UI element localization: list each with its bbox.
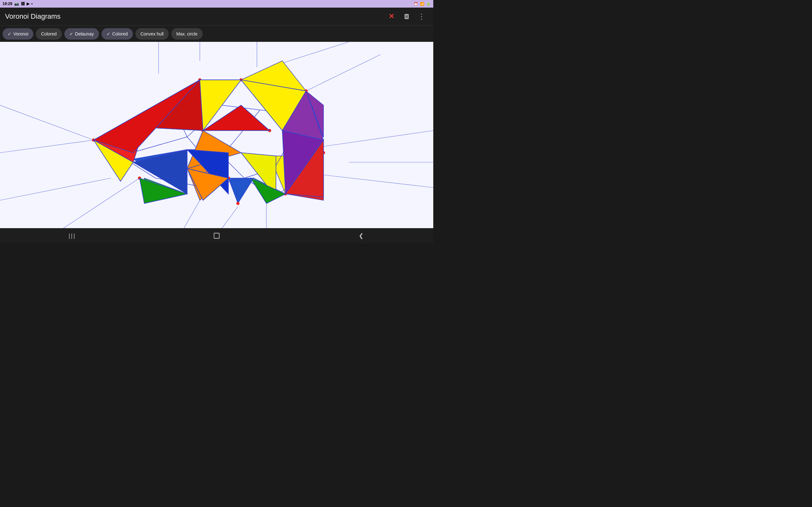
video-icon: ▶ bbox=[27, 2, 30, 6]
delaunay-toggle[interactable]: ✓ Delaunay bbox=[64, 28, 99, 40]
svg-line-3 bbox=[323, 130, 433, 147]
svg-line-8 bbox=[222, 207, 238, 228]
battery-icon: 🔋 bbox=[426, 2, 431, 6]
more-button[interactable]: ⋮ bbox=[415, 10, 428, 23]
convex-hull-label: Convex hull bbox=[141, 32, 164, 37]
voronoi-diagram bbox=[0, 42, 433, 228]
camera-icon: 📷 bbox=[14, 2, 19, 6]
colored1-toggle[interactable]: Colored bbox=[36, 28, 61, 40]
delete-button[interactable] bbox=[400, 10, 413, 23]
app-bar-actions: ✕ ⋮ bbox=[385, 10, 428, 23]
status-bar: 19:29 📷 🖼 ▶ • ⏰ 📶 🔋 bbox=[0, 0, 433, 8]
colored2-check: ✓ bbox=[107, 32, 110, 37]
svg-line-4 bbox=[323, 175, 433, 187]
max-circle-label: Max. circle bbox=[176, 32, 198, 37]
voronoi-toggle[interactable]: ✓ Voronoi bbox=[3, 28, 33, 40]
delaunay-label: Delaunay bbox=[75, 32, 94, 37]
bottom-nav: ||| ❮ bbox=[0, 228, 433, 243]
app-bar: Voronoi Diagrams ✕ ⋮ bbox=[0, 8, 433, 25]
svg-rect-84 bbox=[214, 233, 219, 239]
photo-icon: 🖼 bbox=[21, 2, 25, 6]
max-circle-toggle[interactable]: Max. circle bbox=[171, 28, 203, 40]
colored2-label: Colored bbox=[112, 32, 128, 37]
svg-point-43 bbox=[236, 202, 240, 205]
back-button[interactable]: ❮ bbox=[289, 228, 433, 243]
voronoi-label: Voronoi bbox=[13, 32, 28, 37]
colored2-toggle[interactable]: ✓ Colored bbox=[101, 28, 133, 40]
close-button[interactable]: ✕ bbox=[385, 10, 398, 23]
delaunay-check: ✓ bbox=[69, 32, 73, 37]
voronoi-check: ✓ bbox=[8, 32, 11, 37]
svg-line-6 bbox=[184, 200, 200, 228]
dot-icon: • bbox=[32, 2, 33, 6]
convex-hull-toggle[interactable]: Convex hull bbox=[136, 28, 169, 40]
svg-line-9 bbox=[0, 140, 94, 153]
svg-line-11 bbox=[0, 178, 111, 200]
signal-icon: 📶 bbox=[420, 2, 424, 6]
canvas-area[interactable] bbox=[0, 42, 433, 228]
time-display: 19:29 bbox=[3, 2, 12, 6]
home-button[interactable] bbox=[144, 228, 289, 243]
app-title: Voronoi Diagrams bbox=[5, 12, 61, 20]
status-time: 19:29 📷 🖼 ▶ • bbox=[3, 2, 33, 6]
recent-apps-button[interactable]: ||| bbox=[0, 228, 144, 243]
svg-line-12 bbox=[63, 178, 140, 228]
svg-line-10 bbox=[0, 105, 94, 140]
toolbar: ✓ Voronoi Colored ✓ Delaunay ✓ Colored C… bbox=[0, 25, 433, 42]
alarm-icon: ⏰ bbox=[414, 2, 418, 6]
status-icons: ⏰ 📶 🔋 bbox=[414, 2, 431, 6]
colored1-label: Colored bbox=[41, 32, 56, 37]
svg-line-14 bbox=[306, 55, 380, 91]
